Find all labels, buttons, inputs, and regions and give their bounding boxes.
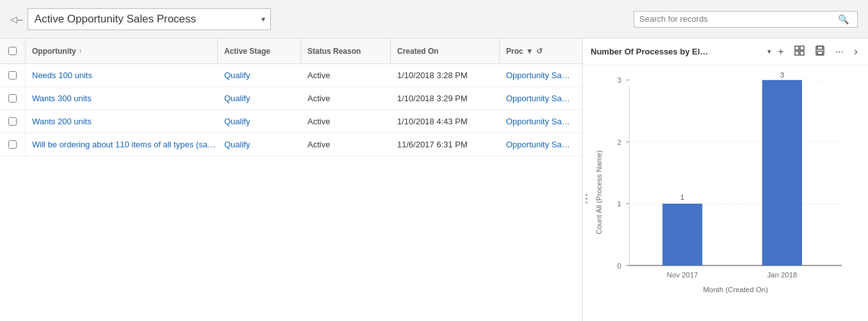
col-header-process[interactable]: Proc ▼ ↺ (500, 38, 583, 63)
chart-add-button[interactable]: + (775, 45, 786, 59)
y-tick-0: 0 (617, 262, 621, 270)
dot-3 (585, 202, 587, 204)
process-value-0[interactable]: Opportunity Sa… (506, 70, 570, 80)
chart-more-button[interactable]: ··· (833, 45, 846, 59)
select-all-checkbox[interactable] (8, 47, 17, 55)
col-header-opportunity[interactable]: Opportunity ↑ (26, 38, 218, 63)
process-value-1[interactable]: Opportunity Sa… (506, 94, 570, 103)
cell-created-0: 1/10/2018 3:28 PM (391, 64, 500, 86)
chart-header: Number Of Processes by El… ▾ + (583, 38, 868, 65)
filter-icon[interactable]: ▼ (526, 47, 534, 56)
table-row: Needs 100 units Qualify Active 1/10/2018… (0, 64, 582, 87)
svg-rect-0 (795, 46, 799, 50)
view-title[interactable]: Active Opportunity Sales Process (28, 8, 271, 30)
sort-asc-icon: ↑ (79, 47, 82, 54)
col-opportunity-label: Opportunity (32, 47, 76, 56)
cell-process-1: Opportunity Sa… (500, 87, 583, 110)
col-header-status-reason[interactable]: Status Reason (301, 38, 391, 63)
cell-status-2: Active (301, 110, 391, 133)
status-value-2: Active (307, 117, 330, 126)
x-label-nov-2017: Nov 2017 (667, 271, 698, 279)
search-icon[interactable]: 🔍 (838, 14, 849, 24)
row-checkbox-cell-2[interactable] (0, 110, 26, 133)
svg-rect-1 (800, 46, 804, 50)
nav-back-icon[interactable]: ◁– (10, 14, 22, 24)
opportunity-link-2[interactable]: Wants 200 units (32, 117, 92, 126)
opportunity-link-1[interactable]: Wants 300 units (32, 94, 92, 103)
chart-section: Number Of Processes by El… ▾ + (583, 38, 868, 321)
chart-container: Count All (Process Name) 0 1 2 (583, 65, 868, 321)
col-created-label: Created On (397, 47, 439, 56)
status-value-1: Active (307, 94, 330, 103)
y-axis-label: Count All (Process Name) (595, 150, 603, 234)
table-body: Needs 100 units Qualify Active 1/10/2018… (0, 64, 582, 156)
cell-created-2: 1/10/2018 4:43 PM (391, 110, 500, 133)
chart-expand-button[interactable]: › (851, 44, 860, 60)
status-value-3: Active (307, 140, 330, 149)
stage-value-1[interactable]: Qualify (224, 94, 250, 103)
x-axis-label: Month (Created On) (703, 286, 769, 293)
select-all-checkbox-cell[interactable] (0, 38, 26, 63)
col-status-label: Status Reason (307, 47, 361, 56)
created-value-3: 11/6/2017 6:31 PM (397, 140, 468, 149)
cell-stage-1: Qualify (218, 87, 301, 110)
row-checkbox-3[interactable] (8, 140, 17, 149)
bar-nov-2017[interactable] (662, 204, 702, 265)
col-header-active-stage[interactable]: Active Stage (218, 38, 301, 63)
row-checkbox-cell-0[interactable] (0, 64, 26, 86)
chart-save-button[interactable] (812, 44, 828, 60)
svg-rect-6 (817, 51, 823, 54)
cell-stage-2: Qualify (218, 110, 301, 133)
svg-rect-2 (795, 51, 799, 55)
row-checkbox-0[interactable] (8, 71, 17, 79)
save-icon (815, 45, 825, 56)
y-tick-2: 2 (617, 138, 621, 146)
stage-value-2[interactable]: Qualify (224, 117, 250, 126)
y-tick-3: 3 (617, 76, 621, 84)
chart-drag-handle[interactable] (583, 194, 590, 204)
row-checkbox-cell-3[interactable] (0, 133, 26, 156)
cell-stage-3: Qualify (218, 133, 301, 156)
x-label-jan-2018: Jan 2018 (767, 271, 797, 279)
chart-title: Number Of Processes by El… (591, 47, 764, 56)
stage-value-3[interactable]: Qualify (224, 140, 250, 149)
cell-opportunity-3: Will be ordering about 110 items of all … (26, 133, 218, 156)
table-header: Opportunity ↑ Active Stage Status Reason… (0, 38, 582, 64)
row-checkbox-2[interactable] (8, 117, 17, 126)
row-checkbox-1[interactable] (8, 94, 17, 103)
cell-opportunity-2: Wants 200 units (26, 110, 218, 133)
cell-process-0: Opportunity Sa… (500, 64, 583, 86)
cell-process-2: Opportunity Sa… (500, 110, 583, 133)
chart-layout-button[interactable] (792, 44, 807, 60)
svg-rect-3 (800, 51, 804, 55)
col-header-created-on[interactable]: Created On (391, 38, 500, 63)
col-process-label: Proc (506, 47, 523, 56)
row-checkbox-cell-1[interactable] (0, 87, 26, 110)
header-left: ◁– Active Opportunity Sales Process (10, 8, 271, 30)
chart-actions: + ··· › (775, 44, 860, 60)
table-section: Opportunity ↑ Active Stage Status Reason… (0, 38, 583, 321)
process-value-2[interactable]: Opportunity Sa… (506, 117, 570, 126)
cell-created-3: 11/6/2017 6:31 PM (391, 133, 500, 156)
header-bar: ◁– Active Opportunity Sales Process 🔍 (0, 0, 868, 38)
stage-value-0[interactable]: Qualify (224, 70, 250, 80)
cell-opportunity-1: Wants 300 units (26, 87, 218, 110)
bar-jan-2018[interactable] (762, 80, 802, 265)
main-content: Opportunity ↑ Active Stage Status Reason… (0, 38, 868, 321)
opportunity-link-3[interactable]: Will be ordering about 110 items of all … (32, 140, 216, 149)
search-input[interactable] (639, 14, 838, 24)
chart-title-dropdown-icon[interactable]: ▾ (767, 47, 771, 56)
cell-stage-0: Qualify (218, 64, 301, 86)
col-stage-label: Active Stage (224, 47, 270, 56)
cell-status-1: Active (301, 87, 391, 110)
table-row: Wants 200 units Qualify Active 1/10/2018… (0, 110, 582, 133)
table-row: Wants 300 units Qualify Active 1/10/2018… (0, 87, 582, 110)
bar-chart-svg: Count All (Process Name) 0 1 2 (589, 72, 855, 313)
process-value-3[interactable]: Opportunity Sa… (506, 140, 570, 149)
cell-process-3: Opportunity Sa… (500, 133, 583, 156)
opportunity-link-0[interactable]: Needs 100 units (32, 70, 92, 80)
view-title-text: Active Opportunity Sales Process (35, 13, 196, 25)
refresh-icon[interactable]: ↺ (536, 47, 543, 56)
search-box: 🔍 (634, 11, 858, 28)
y-tick-1: 1 (617, 200, 621, 208)
